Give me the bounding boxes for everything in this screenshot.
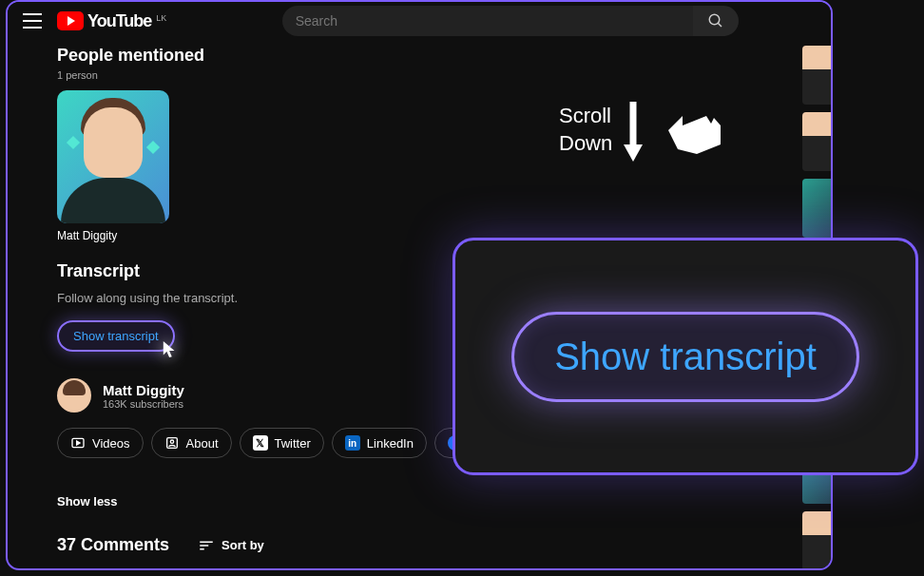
logo-text: YouTube: [87, 11, 151, 31]
chip-label: LinkedIn: [367, 436, 414, 451]
header: YouTube LK: [8, 2, 831, 40]
play-outline-icon: [70, 435, 86, 451]
person-icon: [164, 435, 180, 451]
annotation-text-line1: Scroll: [559, 103, 612, 130]
svg-rect-6: [200, 541, 213, 543]
search-input[interactable]: [282, 6, 693, 36]
show-transcript-button-zoomed[interactable]: Show transcript: [511, 312, 859, 402]
pointing-hand-icon: [654, 97, 730, 163]
svg-line-1: [718, 23, 722, 27]
suggested-thumbnail[interactable]: [802, 112, 831, 171]
zoom-callout: Show transcript: [452, 238, 918, 475]
linkedin-icon: in: [345, 435, 360, 451]
svg-point-0: [709, 14, 720, 25]
show-less-button[interactable]: Show less: [57, 494, 783, 509]
subscriber-count: 163K subscribers: [103, 398, 184, 410]
cursor-icon: [162, 339, 179, 360]
suggested-thumbnail[interactable]: [802, 46, 831, 105]
youtube-logo[interactable]: YouTube LK: [57, 11, 166, 31]
search-container: [204, 6, 816, 36]
search-icon: [707, 12, 724, 29]
chip-label: About: [186, 436, 219, 451]
annotation-text-line2: Down: [559, 130, 612, 158]
sort-label: Sort by: [221, 538, 264, 552]
svg-rect-8: [200, 548, 204, 550]
videos-chip[interactable]: Videos: [57, 428, 144, 458]
about-chip[interactable]: About: [151, 428, 232, 458]
svg-marker-3: [77, 441, 80, 445]
linkedin-chip[interactable]: in LinkedIn: [332, 428, 427, 458]
channel-avatar[interactable]: [57, 378, 91, 413]
arrow-down-icon: [622, 97, 645, 163]
suggested-thumbnail[interactable]: [802, 179, 831, 238]
comments-count: 37 Comments: [57, 535, 169, 555]
scroll-down-annotation: Scroll Down: [559, 97, 730, 163]
mentioned-person-card[interactable]: [57, 90, 169, 223]
sort-icon: [198, 537, 215, 554]
show-transcript-button[interactable]: Show transcript: [57, 320, 175, 352]
people-count: 1 person: [57, 69, 783, 81]
people-mentioned-title: People mentioned: [57, 46, 783, 66]
chip-label: Videos: [92, 436, 130, 451]
play-icon: [57, 11, 84, 30]
menu-icon[interactable]: [23, 13, 42, 29]
sort-by-button[interactable]: Sort by: [198, 537, 264, 554]
region-code: LK: [156, 13, 166, 23]
twitter-chip[interactable]: 𝕏 Twitter: [240, 428, 324, 458]
svg-rect-7: [200, 545, 208, 547]
svg-point-5: [170, 440, 173, 443]
comments-header: 37 Comments Sort by: [57, 535, 783, 555]
chip-label: Twitter: [275, 436, 311, 451]
x-icon: 𝕏: [253, 435, 268, 451]
svg-marker-10: [624, 144, 643, 162]
channel-name[interactable]: Matt Diggity: [103, 382, 184, 398]
search-button[interactable]: [693, 6, 739, 36]
suggested-thumbnail[interactable]: [802, 511, 831, 570]
